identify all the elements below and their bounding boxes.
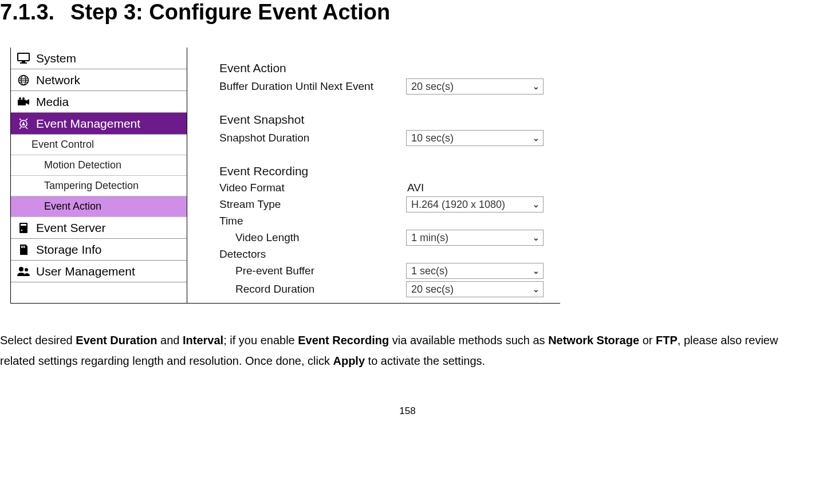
select-value: 20 sec(s) <box>411 284 454 296</box>
sidebar-item-event-server[interactable]: Event Server <box>11 217 187 239</box>
select-value: 20 sec(s) <box>411 81 454 93</box>
section-event-recording: Event Recording <box>219 164 560 178</box>
label-detectors: Detectors <box>219 248 406 261</box>
label-stream-type: Stream Type <box>219 198 406 211</box>
subnav-item-event-action[interactable]: Event Action <box>11 196 187 217</box>
svg-rect-1 <box>22 61 25 62</box>
content-panel: Event Action Buffer Duration Until Next … <box>187 48 560 303</box>
screenshot-panel: System Network Media Event Management <box>10 48 560 304</box>
subnav-item-motion-detection[interactable]: Motion Detection <box>11 155 187 176</box>
subnav-label: Motion Detection <box>44 159 121 171</box>
page-heading: 7.1.3.Step 3: Configure Event Action <box>0 0 815 25</box>
subnav-item-event-control[interactable]: Event Control <box>11 135 187 155</box>
section-number: 7.1.3. <box>0 0 54 25</box>
label-pre-event-buffer: Pre-event Buffer <box>219 265 406 277</box>
sidebar-item-label: User Management <box>32 265 135 278</box>
select-value: 1 min(s) <box>411 232 448 244</box>
label-snapshot-duration: Snapshot Duration <box>219 132 406 144</box>
server-icon <box>15 222 32 234</box>
globe-icon <box>15 74 32 86</box>
select-stream-type[interactable]: H.264 (1920 x 1080) ⌄ <box>406 196 544 212</box>
svg-point-19 <box>25 268 28 271</box>
chevron-down-icon: ⌄ <box>533 200 540 209</box>
select-record-duration[interactable]: 20 sec(s) ⌄ <box>406 281 544 297</box>
select-pre-event-buffer[interactable]: 1 sec(s) ⌄ <box>406 263 544 279</box>
sidebar-item-label: System <box>32 52 76 65</box>
sd-card-icon <box>15 244 32 255</box>
sidebar-item-storage-info[interactable]: Storage Info <box>11 239 187 261</box>
svg-rect-2 <box>20 62 27 64</box>
select-snapshot-duration[interactable]: 10 sec(s) ⌄ <box>406 130 544 146</box>
sidebar-item-system[interactable]: System <box>11 48 187 69</box>
body-paragraph: Select desired Event Duration and Interv… <box>0 330 815 371</box>
subnav-label: Event Control <box>32 139 94 151</box>
section-title: Step 3: Configure Event Action <box>70 0 390 24</box>
svg-marker-11 <box>22 121 25 125</box>
sidebar-item-label: Network <box>32 73 80 87</box>
svg-rect-15 <box>21 246 22 248</box>
page-number: 158 <box>0 405 815 417</box>
select-video-length[interactable]: 1 min(s) ⌄ <box>406 230 544 246</box>
svg-point-14 <box>21 229 22 230</box>
alert-icon <box>15 118 32 129</box>
svg-rect-17 <box>24 246 25 248</box>
subnav-item-tampering-detection[interactable]: Tampering Detection <box>11 176 187 196</box>
section-event-snapshot: Event Snapshot <box>219 113 560 127</box>
select-value: H.264 (1920 x 1080) <box>411 199 505 211</box>
svg-rect-13 <box>21 224 26 226</box>
sidebar-item-label: Storage Info <box>32 243 101 257</box>
label-buffer-duration: Buffer Duration Until Next Event <box>219 80 406 93</box>
select-value: 1 sec(s) <box>411 265 448 277</box>
monitor-icon <box>15 53 32 64</box>
svg-point-8 <box>19 97 21 100</box>
chevron-down-icon: ⌄ <box>533 233 540 242</box>
chevron-down-icon: ⌄ <box>533 266 540 275</box>
svg-point-9 <box>22 97 25 100</box>
subnav-label: Event Action <box>44 200 101 212</box>
label-time: Time <box>219 215 406 227</box>
label-record-duration: Record Duration <box>219 283 406 296</box>
sidebar-item-label: Media <box>32 95 69 109</box>
chevron-down-icon: ⌄ <box>533 82 540 91</box>
users-icon <box>15 266 32 277</box>
sidebar-item-network[interactable]: Network <box>11 69 187 91</box>
svg-rect-6 <box>18 100 26 105</box>
label-video-length: Video Length <box>219 231 406 244</box>
subnav-event-management: Event Control Motion Detection Tampering… <box>11 135 187 217</box>
sidebar-item-label: Event Management <box>32 117 140 131</box>
sidebar-item-user-management[interactable]: User Management <box>11 261 187 282</box>
select-buffer-duration[interactable]: 20 sec(s) ⌄ <box>406 78 544 94</box>
svg-rect-0 <box>18 53 29 61</box>
chevron-down-icon: ⌄ <box>533 285 540 294</box>
select-value: 10 sec(s) <box>411 132 454 144</box>
sidebar: System Network Media Event Management <box>11 48 187 303</box>
chevron-down-icon: ⌄ <box>533 133 540 143</box>
svg-marker-7 <box>26 99 29 105</box>
sidebar-blank <box>11 282 187 303</box>
svg-rect-16 <box>23 246 24 248</box>
label-video-format: Video Format <box>219 182 406 194</box>
section-event-action: Event Action <box>219 61 560 75</box>
sidebar-item-media[interactable]: Media <box>11 91 187 113</box>
sidebar-item-event-management[interactable]: Event Management <box>11 113 187 135</box>
sidebar-item-label: Event Server <box>32 221 105 235</box>
svg-point-18 <box>19 267 23 271</box>
subnav-label: Tampering Detection <box>44 180 139 192</box>
value-video-format: AVI <box>406 182 424 194</box>
camera-icon <box>15 97 32 107</box>
